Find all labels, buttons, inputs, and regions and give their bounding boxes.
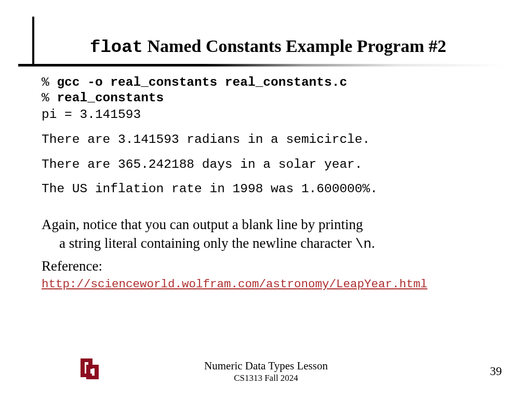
note-line-2b: . — [371, 235, 375, 251]
title-rest: Named Constants Example Program #2 — [143, 36, 446, 56]
output-line-3: There are 365.242188 days in a solar yea… — [42, 157, 499, 172]
footer-lesson-title: Numeric Data Types Lesson — [0, 360, 532, 373]
shell-command-2: real_constants — [57, 91, 164, 105]
note-line-2a: a string literal containing only the new… — [59, 235, 355, 251]
title-horizontal-rule — [18, 64, 507, 66]
newline-token: \n — [355, 236, 371, 252]
footer-center: Numeric Data Types Lesson CS1313 Fall 20… — [0, 360, 532, 383]
shell-command-1: gcc -o real_constants real_constants.c — [57, 75, 347, 89]
output-line-4: The US inflation rate in 1998 was 1.6000… — [42, 181, 499, 197]
reference-label: Reference: — [42, 258, 499, 274]
slide-title: float Named Constants Example Program #2 — [34, 36, 502, 57]
program-output: pi = 3.141593 There are 3.141593 radians… — [42, 107, 499, 197]
shell-prompt: % — [42, 75, 57, 89]
shell-prompt: % — [42, 91, 57, 105]
note-line-1: Again, notice that you can output a blan… — [42, 217, 363, 232]
page-number: 39 — [490, 365, 502, 378]
explanatory-note: Again, notice that you can output a blan… — [42, 216, 499, 253]
reference-link[interactable]: http://scienceworld.wolfram.com/astronom… — [42, 277, 428, 291]
output-line-2: There are 3.141593 radians in a semicirc… — [42, 132, 499, 148]
slide-content: % gcc -o real_constants real_constants.c… — [42, 75, 499, 291]
output-line-1: pi = 3.141593 — [42, 107, 499, 123]
footer-course: CS1313 Fall 2024 — [0, 373, 532, 383]
shell-line-2: % real_constants — [42, 90, 499, 106]
note-line-2: a string literal containing only the new… — [42, 234, 499, 253]
slide-footer: Numeric Data Types Lesson CS1313 Fall 20… — [0, 358, 532, 384]
shell-line-1: % gcc -o real_constants real_constants.c — [42, 75, 499, 90]
title-code-word: float — [90, 37, 143, 57]
slide: float Named Constants Example Program #2… — [0, 0, 532, 399]
